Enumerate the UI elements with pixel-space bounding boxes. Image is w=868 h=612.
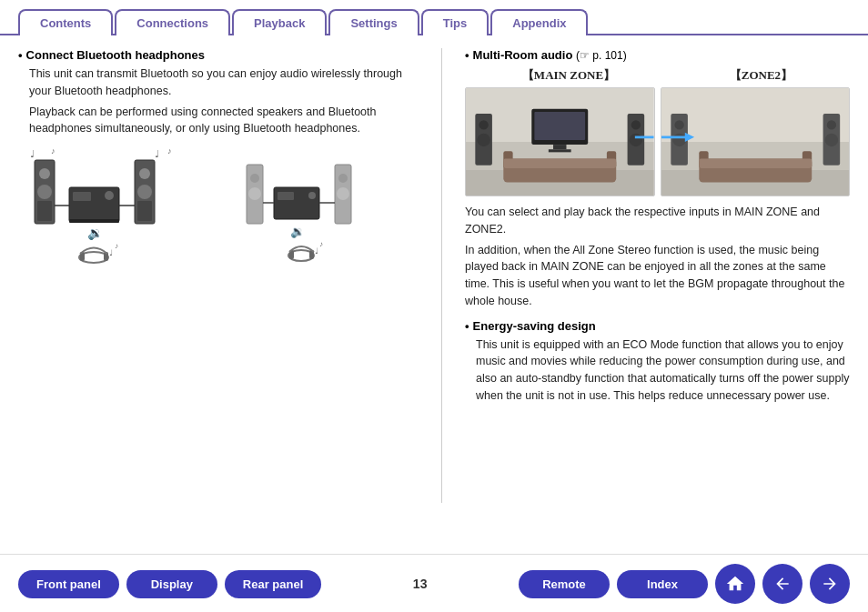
svg-rect-51: [503, 159, 616, 168]
front-panel-button[interactable]: Front panel: [18, 570, 119, 598]
svg-rect-28: [278, 192, 294, 200]
bottom-nav: Front panel Display Rear panel 13 Remote…: [0, 554, 868, 612]
nav-tabs: Contents Connections Playback Settings T…: [0, 0, 868, 35]
bluetooth-p2: Playback can be performed using connecte…: [29, 104, 419, 138]
svg-point-32: [337, 187, 349, 200]
multiroom-title: Multi-Room audio (☞ p. 101): [473, 48, 627, 62]
tab-tips[interactable]: Tips: [421, 9, 490, 35]
multiroom-p1: You can select and play back the respect…: [465, 204, 850, 238]
svg-point-54: [477, 134, 490, 146]
svg-text:🔉: 🔉: [290, 224, 306, 239]
remote-button[interactable]: Remote: [519, 570, 610, 598]
rear-panel-button[interactable]: Rear panel: [225, 570, 321, 598]
svg-point-56: [631, 120, 641, 129]
back-arrow-icon: [773, 575, 792, 593]
bluetooth-section: • Connect Bluetooth headphones This unit…: [18, 48, 419, 137]
index-button[interactable]: Index: [617, 570, 708, 598]
svg-point-71: [824, 134, 837, 146]
svg-text:♪: ♪: [319, 240, 323, 248]
svg-point-11: [139, 168, 150, 179]
tab-connections[interactable]: Connections: [115, 9, 230, 35]
energy-section: • Energy-saving design This unit is equi…: [465, 319, 850, 405]
zone1-image: [465, 87, 655, 196]
back-button[interactable]: [762, 564, 802, 604]
svg-point-68: [672, 134, 685, 146]
forward-arrow-icon: [821, 575, 839, 593]
svg-text:♩: ♩: [155, 148, 159, 159]
svg-point-53: [479, 120, 488, 129]
svg-rect-65: [699, 159, 812, 168]
bluetooth-p1: This unit can transmit Bluetooth so you …: [29, 65, 419, 100]
svg-text:🔉: 🔉: [87, 226, 104, 241]
bt-illustration-1: ♩ ♪ ♩ ♪: [25, 146, 207, 265]
svg-point-70: [826, 120, 835, 129]
right-column: • Multi-Room audio (☞ p. 101) 【MAIN ZONE…: [465, 48, 850, 545]
svg-point-26: [248, 187, 261, 200]
bottom-nav-right: Remote Index: [519, 564, 850, 604]
column-divider: [441, 48, 442, 503]
svg-point-8: [105, 191, 114, 200]
home-icon: [725, 574, 745, 594]
svg-point-12: [137, 185, 152, 199]
svg-text:♩: ♩: [109, 248, 113, 257]
home-button[interactable]: [715, 564, 755, 604]
svg-point-31: [338, 174, 348, 183]
svg-rect-47: [549, 149, 571, 152]
zone1-label: 【MAIN ZONE】: [522, 67, 615, 84]
multiroom-section: • Multi-Room audio (☞ p. 101) 【MAIN ZONE…: [465, 48, 850, 310]
tab-contents[interactable]: Contents: [18, 9, 113, 35]
svg-text:♪: ♪: [115, 242, 118, 250]
svg-text:♩: ♩: [315, 246, 318, 256]
multiroom-p2: In addition, when the All Zone Stereo fu…: [465, 242, 850, 310]
main-content: • Connect Bluetooth headphones This unit…: [0, 35, 868, 554]
energy-title: Energy-saving design: [473, 319, 596, 333]
svg-rect-46: [553, 145, 566, 149]
tab-settings[interactable]: Settings: [328, 9, 419, 35]
svg-point-67: [674, 120, 683, 129]
bt-scene-2: 🔉 ♩ ♪: [223, 146, 419, 265]
forward-button[interactable]: [810, 564, 850, 604]
energy-p: This unit is equipped with an ECO Mode f…: [476, 336, 850, 405]
svg-text:♪: ♪: [51, 146, 56, 156]
tab-appendix[interactable]: Appendix: [490, 9, 588, 35]
tab-playback[interactable]: Playback: [232, 9, 327, 35]
bluetooth-title: Connect Bluetooth headphones: [26, 48, 205, 62]
svg-text:♩: ♩: [30, 148, 35, 159]
bluetooth-illustrations: ♩ ♪ ♩ ♪: [18, 146, 419, 265]
svg-point-25: [250, 174, 259, 183]
svg-point-29: [308, 192, 316, 199]
left-column: • Connect Bluetooth headphones This unit…: [18, 48, 419, 545]
svg-point-1: [39, 168, 50, 179]
zone2-image: [661, 87, 851, 196]
bt-scene-1: ♩ ♪ ♩ ♪: [18, 146, 214, 265]
zone2-label: 【ZONE2】: [730, 67, 792, 84]
svg-rect-13: [137, 201, 152, 221]
svg-rect-9: [69, 219, 119, 223]
svg-point-57: [630, 134, 642, 146]
multiroom-ref: (☞ p. 101): [576, 49, 627, 62]
zone-images: [465, 87, 850, 196]
page-number-area: 13: [404, 577, 437, 591]
display-button[interactable]: Display: [126, 570, 217, 598]
svg-text:♪: ♪: [167, 146, 172, 156]
bt-illustration-2: 🔉 ♩ ♪: [239, 146, 403, 265]
svg-rect-3: [37, 201, 52, 221]
svg-rect-45: [534, 112, 585, 140]
zone-labels: 【MAIN ZONE】 【ZONE2】: [465, 67, 850, 84]
bottom-nav-left: Front panel Display Rear panel: [18, 570, 321, 598]
page-number: 13: [404, 577, 437, 591]
svg-point-2: [37, 185, 52, 199]
svg-rect-7: [73, 192, 91, 201]
